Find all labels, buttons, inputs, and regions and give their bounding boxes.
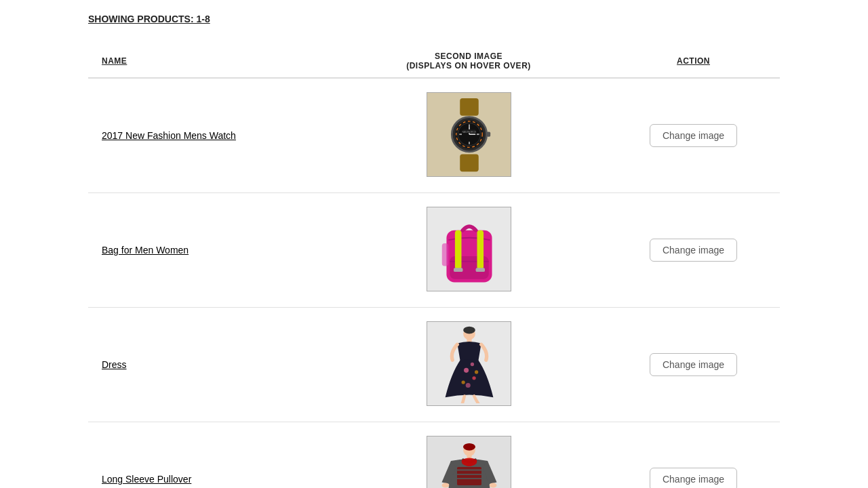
svg-point-30 xyxy=(466,383,471,388)
product-name-link[interactable]: Dress xyxy=(102,359,127,370)
table-row: Dress Change i xyxy=(88,308,780,422)
svg-point-26 xyxy=(464,368,469,373)
col-header-second-image: SECOND IMAGE(DISPLAYS ON HOVER OVER) xyxy=(330,45,607,78)
product-name-link[interactable]: Bag for Men Women xyxy=(102,245,189,256)
product-name-link[interactable]: Long Sleeve Pullover xyxy=(102,474,191,485)
svg-rect-18 xyxy=(455,230,462,270)
product-name-link[interactable]: 2017 New Fashion Mens Watch xyxy=(102,130,236,141)
svg-point-24 xyxy=(463,327,475,334)
svg-rect-20 xyxy=(454,268,462,272)
product-image: NAVIFORCE xyxy=(427,92,511,177)
svg-rect-19 xyxy=(477,230,484,270)
change-image-button[interactable]: Change image xyxy=(650,468,737,488)
svg-point-28 xyxy=(462,380,465,384)
showing-products-label: SHOWING PRODUCTS: 1-8 xyxy=(88,14,210,24)
svg-text:NAVIFORCE: NAVIFORCE xyxy=(462,131,477,134)
change-image-button[interactable]: Change image xyxy=(650,353,737,376)
svg-point-42 xyxy=(490,483,497,487)
change-image-button[interactable]: Change image xyxy=(650,124,737,147)
table-row: 2017 New Fashion Mens Watch NAVIF xyxy=(88,78,780,193)
svg-rect-22 xyxy=(442,243,449,266)
svg-point-41 xyxy=(442,483,450,487)
svg-rect-11 xyxy=(487,131,491,136)
change-image-button[interactable]: Change image xyxy=(650,239,737,262)
col-header-action: ACTION xyxy=(607,45,780,78)
product-image xyxy=(427,436,511,488)
svg-point-27 xyxy=(472,376,475,380)
svg-rect-1 xyxy=(460,154,479,171)
table-row: Bag for Men Women Change image xyxy=(88,193,780,308)
page-wrapper: SHOWING PRODUCTS: 1-8 NAME SECOND IMAGE(… xyxy=(61,0,807,488)
product-image xyxy=(427,207,511,291)
svg-point-31 xyxy=(475,370,478,373)
svg-rect-21 xyxy=(476,268,485,272)
product-image xyxy=(427,321,511,406)
svg-rect-0 xyxy=(460,98,479,116)
table-header-row: NAME SECOND IMAGE(DISPLAYS ON HOVER OVER… xyxy=(88,45,780,78)
products-table: NAME SECOND IMAGE(DISPLAYS ON HOVER OVER… xyxy=(88,45,780,488)
table-row: Long Sleeve Pullover Change image xyxy=(88,422,780,489)
col-header-name[interactable]: NAME xyxy=(88,45,330,78)
svg-point-29 xyxy=(471,363,474,366)
svg-point-35 xyxy=(463,443,475,450)
